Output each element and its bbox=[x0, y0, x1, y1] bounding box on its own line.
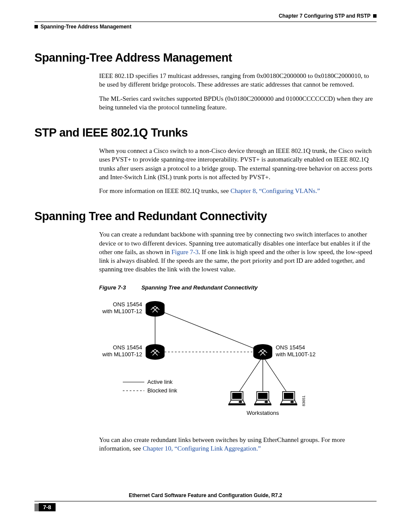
node-label: ONS 15454 bbox=[113, 344, 142, 351]
workstations-label: Workstations bbox=[247, 410, 279, 416]
paragraph: You can create a redundant backbone with… bbox=[34, 230, 377, 274]
header-chapter: Chapter 7 Configuring STP and RSTP bbox=[279, 13, 371, 19]
header-running-head: Spanning-Tree Address Management bbox=[40, 24, 131, 30]
link-configuring-link-agg[interactable]: Chapter 10, “Configuring Link Aggregatio… bbox=[143, 445, 261, 452]
svg-line-10 bbox=[237, 356, 263, 395]
router-icon bbox=[146, 344, 165, 360]
header-marker-icon bbox=[373, 14, 377, 18]
text: For more information on IEEE 802.1Q trun… bbox=[99, 187, 230, 194]
footer-marker-icon bbox=[34, 504, 39, 511]
node-label: ONS 15454 bbox=[113, 301, 142, 308]
router-icon bbox=[253, 344, 272, 360]
page-number: 7-8 bbox=[39, 503, 56, 511]
page-header: Chapter 7 Configuring STP and RSTP Spann… bbox=[34, 13, 377, 30]
paragraph: You can also create redundant links betw… bbox=[34, 436, 377, 453]
workstation-icon bbox=[254, 392, 271, 405]
section-heading-redundant: Spanning Tree and Redundant Connectivity bbox=[34, 210, 377, 223]
legend-blocked: Blocked link bbox=[147, 387, 177, 394]
section-heading-address-mgmt: Spanning-Tree Address Management bbox=[34, 51, 377, 65]
figure-number: Figure 7-3 bbox=[99, 284, 126, 291]
router-icon bbox=[146, 301, 165, 317]
node-label: with ML100T-12 bbox=[102, 351, 143, 358]
workstation-icon bbox=[228, 392, 246, 405]
header-marker-icon bbox=[34, 25, 38, 28]
paragraph: The ML-Series card switches supported BP… bbox=[34, 94, 377, 112]
paragraph: IEEE 802.1D specifies 17 multicast addre… bbox=[34, 72, 377, 89]
link-configuring-vlans[interactable]: Chapter 8, “Configuring VLANs.” bbox=[230, 187, 320, 194]
svg-line-8 bbox=[155, 309, 263, 352]
node-label: with ML100T-12 bbox=[275, 351, 316, 358]
workstation-icon bbox=[280, 392, 297, 405]
figure-caption: Figure 7-3Spanning Tree and Redundant Co… bbox=[34, 284, 377, 291]
figure-7-3: ONS 15454 with ML100T-12 ONS 15454 with … bbox=[34, 296, 377, 427]
page-footer: Ethernet Card Software Feature and Confi… bbox=[34, 491, 377, 511]
figure-id: 83651 bbox=[302, 395, 306, 406]
paragraph: For more information on IEEE 802.1Q trun… bbox=[34, 187, 377, 195]
section-heading-trunks: STP and IEEE 802.1Q Trunks bbox=[34, 126, 377, 140]
link-figure-7-3[interactable]: Figure 7-3 bbox=[171, 249, 199, 255]
paragraph: When you connect a Cisco switch to a non… bbox=[34, 146, 377, 181]
node-label: ONS 15454 bbox=[276, 344, 305, 351]
legend-active: Active link bbox=[147, 379, 173, 385]
node-label: with ML100T-12 bbox=[102, 308, 143, 314]
footer-book-title: Ethernet Card Software Feature and Confi… bbox=[34, 491, 377, 501]
figure-title: Spanning Tree and Redundant Connectivity bbox=[141, 284, 258, 291]
svg-line-12 bbox=[263, 356, 289, 395]
